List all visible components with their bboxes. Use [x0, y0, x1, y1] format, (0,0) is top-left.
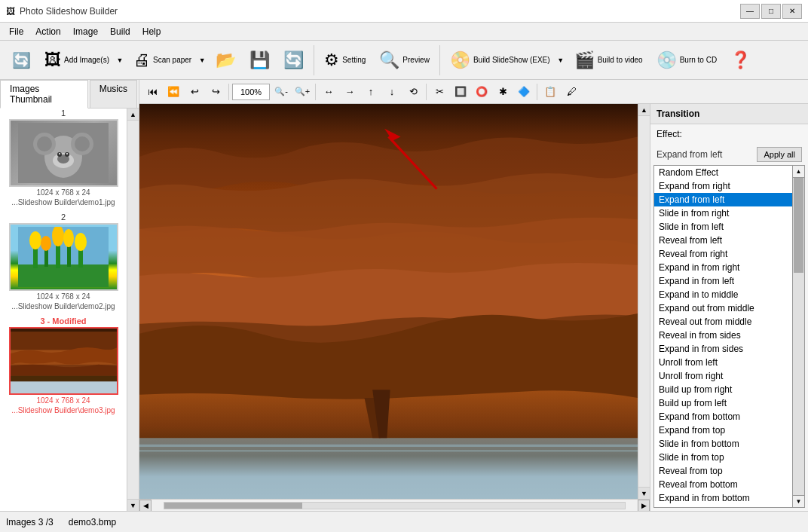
- add-image-dropdown[interactable]: ▼: [115, 44, 125, 77]
- burn-cd-button[interactable]: 💿 Burn to CD: [651, 44, 722, 77]
- open-button[interactable]: 📂: [210, 44, 241, 77]
- effect-item-11[interactable]: Reveal out from middle: [654, 315, 792, 329]
- effect-item-13[interactable]: Expand in from sides: [654, 342, 792, 356]
- effect-item-6[interactable]: Reveal from right: [654, 247, 792, 261]
- menu-help[interactable]: Help: [136, 25, 167, 38]
- zoom-out-button[interactable]: 🔍-: [271, 82, 291, 102]
- list-scroll-track[interactable]: [793, 178, 804, 495]
- effect-item-19[interactable]: Expand from top: [654, 423, 792, 437]
- zoom-input[interactable]: [232, 84, 270, 100]
- undo-button[interactable]: 🔄: [278, 44, 309, 77]
- effect-item-5[interactable]: Reveal from left: [654, 234, 792, 247]
- crop-button[interactable]: ✂: [430, 82, 449, 102]
- effect-list[interactable]: Random EffectExpand from rightExpand fro…: [653, 165, 793, 508]
- svg-rect-31: [139, 438, 638, 499]
- flip-h-button[interactable]: ↔: [319, 82, 338, 102]
- scroll-up-button[interactable]: ▲: [127, 109, 139, 121]
- h-scroll-left[interactable]: ◀: [139, 500, 152, 512]
- first-frame-button[interactable]: ⏮: [142, 82, 162, 102]
- menu-action[interactable]: Action: [29, 25, 66, 38]
- rotate-button[interactable]: ⟲: [403, 82, 423, 102]
- effect-button[interactable]: ⭕: [472, 82, 491, 102]
- zoom-in-button[interactable]: 🔍+: [292, 82, 312, 102]
- prev-frame-button[interactable]: ⏪: [164, 82, 183, 102]
- effect-item-16[interactable]: Build up from right: [654, 383, 792, 396]
- effect-list-scrollbar[interactable]: ▲ ▼: [793, 165, 805, 508]
- minimize-button[interactable]: —: [740, 4, 760, 19]
- refresh-button[interactable]: 🔄: [6, 44, 36, 77]
- h-scroll-track[interactable]: [164, 502, 626, 509]
- titlebar-controls[interactable]: — □ ✕: [740, 4, 802, 19]
- scroll-track[interactable]: [127, 121, 139, 499]
- main-scroll-up[interactable]: ▲: [638, 104, 650, 116]
- build-slideshow-button[interactable]: 📀 Build SlideShow (EXE): [445, 44, 556, 77]
- save-button[interactable]: 💾: [244, 44, 275, 77]
- effect-item-23[interactable]: Reveal from bottom: [654, 478, 792, 491]
- rotate-ccw-button[interactable]: ↩: [185, 82, 204, 102]
- tab-images[interactable]: Images Thumbnail: [0, 80, 88, 109]
- main-horizontal-scrollbar[interactable]: ◀ ▶: [139, 499, 650, 511]
- move-down-button[interactable]: ↓: [382, 82, 402, 102]
- effect-item-3[interactable]: Slide in from right: [654, 206, 792, 220]
- thumbnail-item-3[interactable]: 3 - Modified 1024 x 76: [0, 316, 127, 414]
- rotate-cw-button[interactable]: ↪: [206, 82, 225, 102]
- tab-musics[interactable]: Musics: [90, 80, 137, 108]
- menu-image[interactable]: Image: [67, 25, 104, 38]
- apply-all-button[interactable]: Apply all: [757, 147, 802, 162]
- list-scroll-up[interactable]: ▲: [793, 166, 804, 178]
- scan-paper-button[interactable]: 🖨 Scan paper: [128, 44, 197, 77]
- scroll-down-button[interactable]: ▼: [127, 499, 139, 511]
- thumbnail-item-2[interactable]: 2: [0, 212, 127, 310]
- effect-item-24[interactable]: Expand in from bottom: [654, 491, 792, 505]
- effect-item-12[interactable]: Reveal in from sides: [654, 329, 792, 342]
- move-up-button[interactable]: ↑: [361, 82, 381, 102]
- effect-item-21[interactable]: Slide in from top: [654, 451, 792, 464]
- effect-item-18[interactable]: Expand from bottom: [654, 410, 792, 423]
- effect-item-22[interactable]: Reveal from top: [654, 464, 792, 478]
- thumbnail-item-1[interactable]: 1: [0, 109, 127, 206]
- setting-button[interactable]: ⚙ Setting: [319, 44, 371, 77]
- text-button[interactable]: 🖊: [562, 82, 581, 102]
- main-content-row: ▲ ▼ ◀ ▶ Transition Effec: [139, 104, 808, 511]
- h-scroll-right[interactable]: ▶: [638, 500, 650, 512]
- shape-button[interactable]: 🔷: [514, 82, 534, 102]
- list-scroll-down[interactable]: ▼: [793, 495, 804, 507]
- thumbnail-image-2[interactable]: [9, 223, 118, 291]
- build-dropdown[interactable]: ▼: [556, 44, 566, 77]
- copy-button[interactable]: 📋: [540, 82, 560, 102]
- menu-build[interactable]: Build: [104, 25, 136, 38]
- add-image-button[interactable]: 🖼 Add Image(s): [39, 44, 115, 77]
- menu-file[interactable]: File: [3, 25, 29, 38]
- effect-item-20[interactable]: Slide in from bottom: [654, 437, 792, 451]
- effect-item-0[interactable]: Random Effect: [654, 166, 792, 179]
- main-vertical-scrollbar[interactable]: ▲ ▼: [638, 104, 650, 499]
- close-button[interactable]: ✕: [782, 4, 802, 19]
- thumbnail-image-3[interactable]: [9, 327, 118, 395]
- left-panel-scrollbar[interactable]: ▲ ▼: [127, 109, 139, 511]
- list-scroll-thumb[interactable]: [794, 178, 803, 273]
- frame-button[interactable]: 🔲: [451, 82, 470, 102]
- main-scroll-track[interactable]: [638, 116, 650, 487]
- main-scroll-down[interactable]: ▼: [638, 487, 650, 499]
- effect-item-1[interactable]: Expand from right: [654, 179, 792, 193]
- effect-item-17[interactable]: Build up from left: [654, 396, 792, 410]
- help-button[interactable]: ❓: [725, 44, 756, 77]
- effect-item-7[interactable]: Expand in from right: [654, 261, 792, 274]
- main-image-display[interactable]: [139, 104, 638, 499]
- watermark-button[interactable]: ✱: [493, 82, 513, 102]
- effect-item-10[interactable]: Expand out from middle: [654, 301, 792, 315]
- effect-item-14[interactable]: Unroll from left: [654, 356, 792, 369]
- maximize-button[interactable]: □: [761, 4, 781, 19]
- effect-item-4[interactable]: Slide in from left: [654, 220, 792, 234]
- effect-item-15[interactable]: Unroll from right: [654, 369, 792, 383]
- effect-item-2[interactable]: Expand from left: [654, 193, 792, 206]
- scan-dropdown[interactable]: ▼: [197, 44, 207, 77]
- move-right-button[interactable]: →: [340, 82, 360, 102]
- effect-item-9[interactable]: Expand in to middle: [654, 288, 792, 301]
- effect-item-8[interactable]: Expand in from left: [654, 274, 792, 288]
- thumbnail-image-1[interactable]: [9, 119, 118, 187]
- h-scroll-thumb[interactable]: [164, 503, 302, 509]
- preview-button[interactable]: 🔍 Preview: [374, 44, 435, 77]
- effect-item-25[interactable]: Expand in from top: [654, 505, 792, 508]
- build-video-button[interactable]: 🎬 Build to video: [569, 44, 648, 77]
